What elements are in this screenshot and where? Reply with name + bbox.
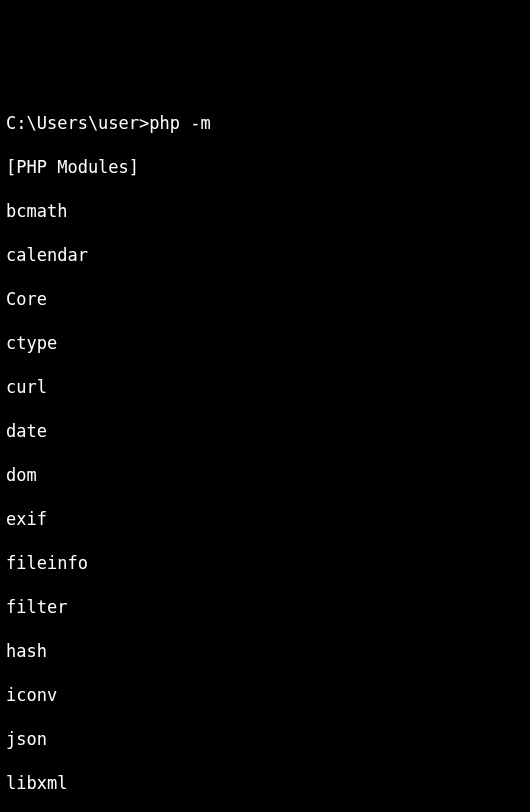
module-item: libxml	[6, 772, 524, 794]
module-item: json	[6, 728, 524, 750]
terminal-output: C:\Users\user>php -m [PHP Modules] bcmat…	[6, 90, 524, 812]
module-item: bcmath	[6, 200, 524, 222]
module-item: hash	[6, 640, 524, 662]
module-item: curl	[6, 376, 524, 398]
command-line: C:\Users\user>php -m	[6, 112, 524, 134]
module-item: dom	[6, 464, 524, 486]
php-modules-header: [PHP Modules]	[6, 156, 524, 178]
module-item: calendar	[6, 244, 524, 266]
module-item: fileinfo	[6, 552, 524, 574]
module-item: filter	[6, 596, 524, 618]
module-item: exif	[6, 508, 524, 530]
module-item: iconv	[6, 684, 524, 706]
module-item: date	[6, 420, 524, 442]
module-item: Core	[6, 288, 524, 310]
module-item: ctype	[6, 332, 524, 354]
command-text: php -m	[149, 113, 210, 133]
prompt-text: C:\Users\user>	[6, 113, 149, 133]
